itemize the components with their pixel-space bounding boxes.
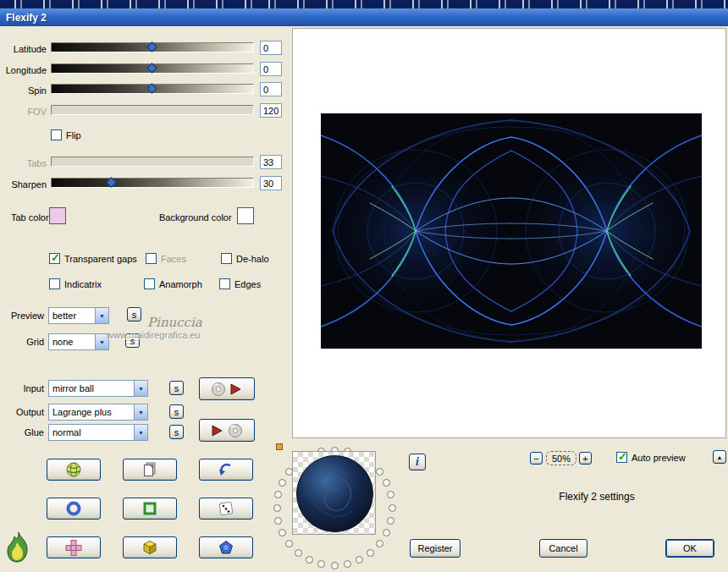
dial-dot[interactable] xyxy=(383,529,390,536)
transparent-gaps-label: Transparent gaps xyxy=(64,254,137,264)
dial-dot[interactable] xyxy=(295,549,302,557)
dehalo-row: De-halo xyxy=(221,253,269,264)
faces-checkbox[interactable] xyxy=(146,253,157,264)
longitude-slider-handle[interactable] xyxy=(146,63,157,74)
tab-color-swatch[interactable] xyxy=(49,207,66,224)
flexify2-dialog: Flexify 2 Latitude Longitude Spin FOV Fl… xyxy=(0,0,728,572)
dehalo-checkbox[interactable] xyxy=(221,253,232,264)
square-button[interactable] xyxy=(123,498,177,520)
spin-slider-handle[interactable] xyxy=(146,83,157,94)
latitude-slider-handle[interactable] xyxy=(146,41,157,52)
titlebar[interactable]: Flexify 2 xyxy=(0,8,728,26)
flip-row: Flip xyxy=(51,129,81,140)
flame-icon[interactable] xyxy=(5,531,30,564)
grid-combo[interactable]: none xyxy=(48,333,109,350)
latitude-slider[interactable] xyxy=(51,42,254,52)
input-combo[interactable]: mirror ball xyxy=(48,380,148,397)
auto-preview-label: Auto preview xyxy=(631,453,686,463)
square-icon xyxy=(141,500,158,517)
render-disc-button[interactable] xyxy=(199,377,255,400)
dial-dot[interactable] xyxy=(387,491,394,498)
input-combo-label: Input xyxy=(0,383,44,393)
dial-dot[interactable] xyxy=(344,560,351,568)
zoom-in-button[interactable]: + xyxy=(579,452,592,465)
output-combo[interactable]: Lagrange plus xyxy=(48,404,148,421)
fov-value[interactable] xyxy=(260,103,282,118)
minus-icon: − xyxy=(533,454,538,464)
dial-dot[interactable] xyxy=(376,540,383,547)
unfold-cube-button[interactable] xyxy=(47,536,101,558)
chevron-down-icon[interactable] xyxy=(134,425,147,440)
dial-dot[interactable] xyxy=(273,504,281,512)
input-s-button[interactable]: s xyxy=(169,381,184,395)
dial-dot[interactable] xyxy=(306,556,313,564)
preview-s-button[interactable]: s xyxy=(127,307,141,322)
chevron-down-icon[interactable] xyxy=(134,404,147,420)
tabs-slider xyxy=(51,157,254,167)
background-window-titlebar xyxy=(0,0,728,8)
faces-label: Faces xyxy=(161,254,186,264)
sharpen-value[interactable] xyxy=(260,176,282,190)
dice-button[interactable] xyxy=(199,498,253,520)
spin-slider[interactable] xyxy=(51,84,254,94)
dial-dot[interactable] xyxy=(279,479,286,487)
preview-combo[interactable]: better xyxy=(48,307,109,324)
dial-dot[interactable] xyxy=(274,517,282,525)
dial-dot[interactable] xyxy=(274,491,282,498)
sharpen-slider[interactable] xyxy=(51,178,254,188)
chevron-down-icon[interactable] xyxy=(95,308,108,323)
tabs-value[interactable] xyxy=(260,155,282,169)
dial-dot[interactable] xyxy=(285,540,293,547)
dial-dot[interactable] xyxy=(279,529,286,536)
zoom-out-button[interactable]: − xyxy=(530,452,543,465)
glue-combo[interactable]: normal xyxy=(48,424,148,441)
ok-button[interactable]: OK xyxy=(665,539,714,558)
play-disc-button[interactable] xyxy=(199,419,255,442)
edges-row: Edges xyxy=(219,278,261,289)
ring-icon xyxy=(65,500,82,517)
longitude-value[interactable] xyxy=(260,62,282,76)
spin-value[interactable] xyxy=(260,82,282,96)
auto-preview-checkbox[interactable] xyxy=(616,452,627,463)
edges-checkbox[interactable] xyxy=(219,278,230,289)
globe-button[interactable] xyxy=(47,459,101,481)
cancel-label: Cancel xyxy=(549,543,577,553)
flip-checkbox[interactable] xyxy=(51,129,62,140)
page-icon xyxy=(141,461,158,478)
dial-dot[interactable] xyxy=(331,562,339,569)
expand-panel-button[interactable]: ▲ xyxy=(713,450,726,464)
register-button[interactable]: Register xyxy=(410,539,461,558)
dice-icon xyxy=(218,500,234,517)
chevron-down-icon[interactable] xyxy=(134,381,147,396)
info-button[interactable]: i xyxy=(409,454,426,470)
box-button[interactable] xyxy=(123,536,177,558)
undo-button[interactable] xyxy=(199,459,253,481)
latitude-value[interactable] xyxy=(260,41,282,55)
preview-thumbnail[interactable] xyxy=(292,451,376,535)
dial-dot[interactable] xyxy=(383,479,390,487)
background-color-swatch[interactable] xyxy=(237,207,254,224)
background-color-label: Background color xyxy=(159,212,232,223)
copy-page-button[interactable] xyxy=(123,459,177,481)
dial-dot[interactable] xyxy=(387,517,394,525)
transparent-gaps-checkbox[interactable] xyxy=(49,253,60,264)
dial-dot[interactable] xyxy=(356,556,363,564)
dial-dot[interactable] xyxy=(317,560,325,568)
ring-button[interactable] xyxy=(47,498,101,520)
settings-status-text: Flexify 2 settings xyxy=(533,491,660,503)
indicatrix-checkbox[interactable] xyxy=(49,278,60,289)
longitude-slider[interactable] xyxy=(51,63,254,74)
dial-dot[interactable] xyxy=(376,468,383,476)
dial-dot[interactable] xyxy=(389,504,396,512)
sharpen-slider-handle[interactable] xyxy=(107,177,118,188)
preview-panel[interactable] xyxy=(292,28,726,438)
gem-button[interactable] xyxy=(199,536,253,558)
output-s-label: s xyxy=(174,407,179,417)
preview-combo-label: Preview xyxy=(0,311,44,321)
cancel-button[interactable]: Cancel xyxy=(539,539,587,558)
anamorph-checkbox[interactable] xyxy=(144,278,155,289)
glue-s-button[interactable]: s xyxy=(169,425,184,439)
zoom-level[interactable]: 50% xyxy=(546,451,576,465)
dial-dot[interactable] xyxy=(367,549,374,557)
output-s-button[interactable]: s xyxy=(169,404,184,419)
